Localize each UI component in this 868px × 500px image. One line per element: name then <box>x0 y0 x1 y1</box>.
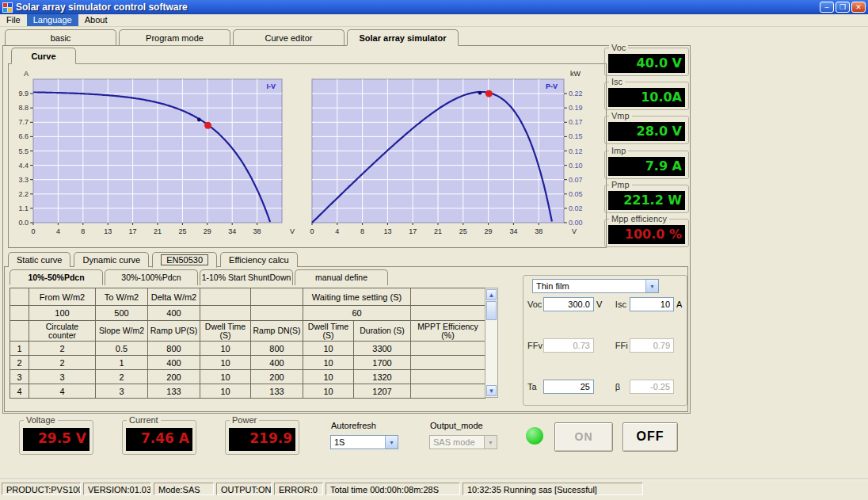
close-button[interactable]: ✕ <box>851 2 866 13</box>
svg-text:3.3: 3.3 <box>18 176 29 184</box>
table-cell[interactable]: 400 <box>148 306 200 321</box>
table-cell[interactable]: 10 <box>303 356 354 370</box>
subtab-1-10-start-shuntdown[interactable]: 1-10% Start ShuntDown <box>200 269 293 285</box>
table-scrollbar[interactable]: ▲ ▼ <box>485 288 498 398</box>
svg-text:29: 29 <box>485 227 493 235</box>
chevron-down-icon <box>484 436 497 448</box>
table-row: 22140010400101700 <box>10 356 485 370</box>
table-cell[interactable]: 1320 <box>354 370 411 384</box>
en50530-table: From W/m2To W/m2Delta W/m2Waiting time s… <box>10 288 485 399</box>
table-cell[interactable]: 10 <box>200 370 251 384</box>
param-input-isc[interactable] <box>630 297 674 311</box>
off-button[interactable]: OFF <box>622 422 678 452</box>
tab-curve-editor[interactable]: Curve editor <box>233 29 345 45</box>
menu-file[interactable]: File <box>0 14 27 26</box>
table-cell[interactable]: 3 <box>29 370 96 384</box>
table-cell[interactable] <box>411 356 485 370</box>
table-cell <box>411 306 485 321</box>
tab-solar-array-simulator[interactable]: Solar array simulator <box>347 29 459 46</box>
table-cell[interactable]: 400 <box>148 356 200 370</box>
table-cell[interactable]: 800 <box>251 342 303 356</box>
table-cell[interactable]: 1 <box>96 356 148 370</box>
output-status-indicator <box>526 427 543 445</box>
table-cell[interactable]: 3 <box>96 384 148 399</box>
param-input-ta[interactable] <box>543 380 594 394</box>
pv-curve-chart: 04813172125293438V0.220.190.170.150.120.… <box>306 68 594 239</box>
table-cell[interactable]: 10 <box>303 342 354 356</box>
table-cell: 3 <box>10 370 29 384</box>
table-cell: 4 <box>10 384 29 399</box>
tab-efficiency-calcu[interactable]: Efficiency calcu <box>220 252 298 267</box>
table-cell[interactable] <box>411 370 485 384</box>
tab-program-mode[interactable]: Program mode <box>119 29 230 45</box>
scroll-thumb[interactable] <box>486 301 497 320</box>
table-cell[interactable]: 400 <box>251 356 303 370</box>
tab-static-curve[interactable]: Static curve <box>8 252 70 267</box>
svg-text:13: 13 <box>104 227 112 235</box>
table-cell[interactable]: 800 <box>148 342 200 356</box>
scroll-down-button[interactable]: ▼ <box>486 385 497 396</box>
menu-language[interactable]: Language <box>27 14 78 26</box>
table-cell[interactable]: 2 <box>96 370 148 384</box>
table-cell: To W/m2 <box>96 288 148 306</box>
maximize-button[interactable]: ❐ <box>836 2 850 13</box>
meter-power: Power219.9 W <box>225 420 299 455</box>
meter-value: 7.46 A <box>126 428 192 451</box>
svg-text:29: 29 <box>204 227 211 235</box>
table-cell[interactable]: 10 <box>200 342 251 356</box>
tab-en50530[interactable]: EN50530 <box>152 252 217 268</box>
table-cell[interactable]: 133 <box>251 384 303 399</box>
readout-mpp-efficiency: Mpp efficiency100.0 % <box>604 219 689 247</box>
table-cell[interactable] <box>411 342 485 356</box>
table-cell[interactable]: 1207 <box>354 384 411 399</box>
minimize-button[interactable]: – <box>820 2 834 13</box>
svg-text:25: 25 <box>459 227 467 235</box>
scroll-up-button[interactable]: ▲ <box>486 289 497 300</box>
table-cell <box>200 306 251 321</box>
table-cell[interactable]: 1700 <box>354 356 411 370</box>
table-cell[interactable]: 200 <box>148 370 200 384</box>
table-cell: Dwell Time (S) <box>303 321 354 342</box>
table-cell <box>411 288 485 306</box>
table-cell[interactable]: 4 <box>29 384 96 399</box>
table-cell[interactable]: 100 <box>29 306 96 321</box>
table-cell[interactable]: 133 <box>148 384 200 399</box>
tab-dynamic-curve[interactable]: Dynamic curve <box>74 252 149 267</box>
status-bar: PRODUCT:PVS1000VERSION:01.03Mode:SASOUTP… <box>0 482 868 498</box>
table-cell[interactable]: 200 <box>251 370 303 384</box>
table-cell[interactable]: 2 <box>29 342 96 356</box>
svg-text:0.10: 0.10 <box>569 162 583 170</box>
subtab-30-100-pdcn[interactable]: 30%-100%Pdcn <box>105 269 198 285</box>
menu-about[interactable]: About <box>78 14 114 26</box>
svg-text:17: 17 <box>409 227 417 235</box>
svg-text:34: 34 <box>509 227 517 235</box>
table-cell[interactable]: 10 <box>303 384 354 399</box>
table-cell[interactable] <box>411 384 485 399</box>
tab-curve[interactable]: Curve <box>11 48 76 64</box>
material-select[interactable]: Thin film <box>532 279 659 293</box>
table-cell[interactable]: 500 <box>96 306 148 321</box>
table-cell[interactable]: 0.5 <box>96 342 148 356</box>
readout-value: 10.0A <box>608 88 685 107</box>
tab-basic[interactable]: basic <box>5 29 116 45</box>
table-cell[interactable]: 10 <box>303 370 354 384</box>
svg-text:5.5: 5.5 <box>18 147 29 155</box>
subtab-10-50-pdcn[interactable]: 10%-50%Pdcn <box>10 269 103 285</box>
table-cell[interactable]: 3300 <box>354 342 411 356</box>
chevron-down-icon[interactable] <box>385 436 398 448</box>
table-cell[interactable]: 10 <box>200 356 251 370</box>
table-cell[interactable]: 60 <box>303 306 411 321</box>
readout-pmp: Pmp221.2 W <box>604 185 689 213</box>
meter-label: Current <box>127 415 161 425</box>
meter-value: 219.9 W <box>229 428 295 451</box>
table-cell[interactable]: 10 <box>200 384 251 399</box>
param-input-voc[interactable] <box>543 297 594 311</box>
svg-text:8: 8 <box>360 227 364 235</box>
autorefresh-select[interactable]: 1S <box>330 435 398 449</box>
on-button[interactable]: ON <box>554 422 613 452</box>
subtab-manual-define[interactable]: manual define <box>295 269 388 285</box>
chevron-down-icon[interactable] <box>645 280 658 292</box>
table-cell: Delta W/m2 <box>148 288 200 306</box>
param-input-item <box>630 380 674 394</box>
table-cell[interactable]: 2 <box>29 356 96 370</box>
